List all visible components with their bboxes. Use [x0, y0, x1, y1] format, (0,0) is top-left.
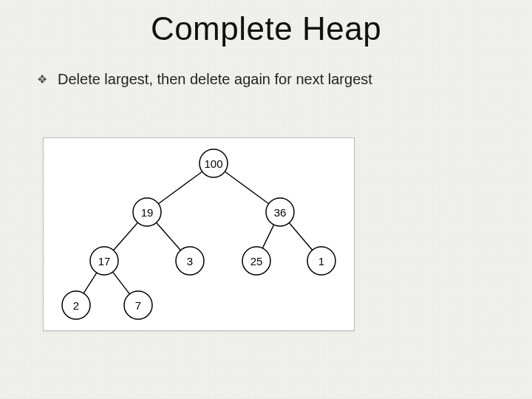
tree-node: 100 — [200, 149, 228, 177]
tree-node: 17 — [90, 247, 118, 275]
tree-node: 2 — [62, 291, 90, 319]
tree-edge — [289, 222, 312, 250]
heap-svg: 100193617325127 — [44, 138, 354, 330]
bullet-row: ❖ Delete largest, then delete again for … — [37, 71, 502, 89]
tree-node-label: 36 — [274, 206, 287, 219]
tree-edge — [158, 171, 202, 204]
page-title: Complete Heap — [0, 10, 532, 47]
tree-node-label: 1 — [318, 255, 324, 267]
tree-node-label: 2 — [73, 299, 79, 312]
tree-node-label: 19 — [141, 206, 154, 219]
tree-node-label: 100 — [204, 157, 222, 170]
tree-node: 19 — [133, 198, 161, 226]
tree-node: 3 — [176, 247, 204, 275]
tree-edge — [262, 225, 273, 248]
tree-node: 36 — [266, 198, 294, 226]
tree-node-label: 3 — [187, 255, 193, 267]
tree-node-label: 7 — [135, 299, 141, 312]
tree-edge — [225, 171, 268, 204]
tree-node: 7 — [124, 291, 152, 319]
tree-node: 25 — [242, 247, 270, 275]
tree-edge — [83, 273, 97, 293]
heap-diagram: 100193617325127 — [43, 137, 355, 331]
tree-node-label: 17 — [98, 255, 111, 267]
tree-edge — [113, 272, 130, 294]
tree-edge — [157, 222, 181, 250]
tree-node: 1 — [307, 247, 335, 275]
diamond-bullet-icon: ❖ — [37, 71, 47, 89]
bullet-text: Delete largest, then delete again for ne… — [58, 71, 372, 88]
tree-edge — [114, 222, 138, 250]
tree-node-label: 25 — [250, 255, 263, 267]
